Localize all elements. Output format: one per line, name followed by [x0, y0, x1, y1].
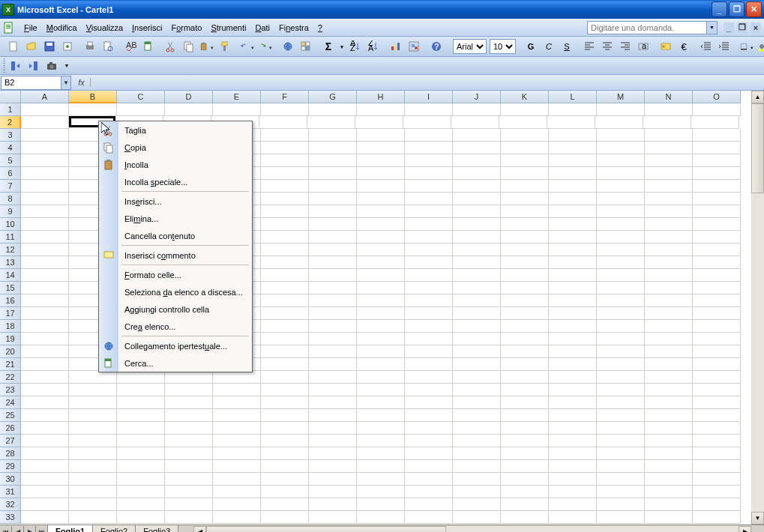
cell-L19[interactable]	[549, 333, 597, 345]
cell-H16[interactable]	[357, 294, 405, 307]
cell-H24[interactable]	[357, 396, 405, 409]
cell-I22[interactable]	[405, 371, 453, 384]
drawing-button[interactable]	[406, 38, 422, 55]
cell-B26[interactable]	[69, 422, 117, 435]
cell-C27[interactable]	[117, 435, 165, 447]
spelling-button[interactable]: AB	[122, 38, 139, 55]
cell-G15[interactable]	[309, 282, 357, 294]
camera-button[interactable]	[43, 58, 60, 74]
bold-button[interactable]: G	[523, 38, 539, 55]
font-name-select[interactable]: Arial	[453, 39, 487, 54]
cell-F17[interactable]	[261, 307, 309, 320]
cell-H3[interactable]	[357, 129, 405, 142]
cell-A15[interactable]	[21, 282, 69, 294]
cell-F20[interactable]	[261, 345, 309, 358]
cell-H8[interactable]	[357, 193, 405, 205]
new-button[interactable]	[5, 38, 22, 55]
menu-help[interactable]: ?	[313, 21, 327, 34]
cell-A2[interactable]	[21, 116, 69, 129]
cell-N31[interactable]	[645, 486, 693, 498]
cell-M16[interactable]	[597, 294, 645, 307]
cell-E33[interactable]	[213, 511, 261, 524]
doc-minimize-button[interactable]: _	[724, 22, 734, 33]
context-copy[interactable]: Copia	[99, 139, 252, 156]
cell-E24[interactable]	[213, 396, 261, 409]
cell-M15[interactable]	[597, 282, 645, 294]
cell-M23[interactable]	[597, 384, 645, 396]
cell-L25[interactable]	[549, 409, 597, 422]
cell-B32[interactable]	[69, 498, 117, 511]
cell-A8[interactable]	[21, 193, 69, 205]
cell-F4[interactable]	[261, 142, 309, 154]
cell-O19[interactable]	[693, 333, 741, 345]
cell-N32[interactable]	[645, 498, 693, 511]
cell-N16[interactable]	[645, 294, 693, 307]
cell-G3[interactable]	[309, 129, 357, 142]
cell-F15[interactable]	[261, 282, 309, 294]
cell-N19[interactable]	[645, 333, 693, 345]
cell-M7[interactable]	[597, 180, 645, 193]
cell-K33[interactable]	[501, 511, 549, 524]
column-header-E[interactable]: E	[213, 91, 261, 103]
row-header-13[interactable]: 13	[0, 256, 21, 269]
cell-B1[interactable]	[69, 103, 117, 116]
cell-K32[interactable]	[501, 498, 549, 511]
cell-F13[interactable]	[261, 256, 309, 269]
cell-N11[interactable]	[645, 231, 693, 244]
cell-F24[interactable]	[261, 396, 309, 409]
column-header-C[interactable]: C	[117, 91, 165, 103]
cell-A13[interactable]	[21, 256, 69, 269]
cell-I29[interactable]	[405, 460, 453, 473]
cell-H33[interactable]	[357, 511, 405, 524]
cell-L11[interactable]	[549, 231, 597, 244]
cell-A18[interactable]	[21, 320, 69, 333]
vertical-scrollbar[interactable]: ▲ ▼	[751, 91, 764, 525]
cell-G4[interactable]	[309, 142, 357, 154]
cell-N20[interactable]	[645, 345, 693, 358]
cell-I20[interactable]	[405, 345, 453, 358]
cell-H30[interactable]	[357, 473, 405, 486]
cell-B22[interactable]	[69, 371, 117, 384]
cell-J9[interactable]	[453, 205, 501, 218]
cell-N18[interactable]	[645, 320, 693, 333]
cell-C23[interactable]	[117, 384, 165, 396]
cell-M22[interactable]	[597, 371, 645, 384]
cell-D25[interactable]	[165, 409, 213, 422]
cell-N22[interactable]	[645, 371, 693, 384]
cell-K19[interactable]	[501, 333, 549, 345]
cell-O15[interactable]	[693, 282, 741, 294]
cell-G19[interactable]	[309, 333, 357, 345]
cell-O9[interactable]	[693, 205, 741, 218]
sheet-tab-2[interactable]: Foglio2	[92, 525, 136, 532]
cell-K22[interactable]	[501, 371, 549, 384]
cell-H13[interactable]	[357, 256, 405, 269]
fill-color-button[interactable]	[757, 38, 764, 55]
cell-F11[interactable]	[261, 231, 309, 244]
decrease-indent-button[interactable]	[698, 38, 715, 55]
cell-M2[interactable]	[595, 116, 643, 129]
row-header-23[interactable]: 23	[0, 384, 21, 396]
cell-A16[interactable]	[21, 294, 69, 307]
copy-button[interactable]	[181, 38, 197, 55]
column-header-N[interactable]: N	[645, 91, 693, 103]
cell-I24[interactable]	[405, 396, 453, 409]
cell-I4[interactable]	[405, 142, 453, 154]
cell-K31[interactable]	[501, 486, 549, 498]
autosum-dropdown[interactable]: ▼	[338, 38, 346, 55]
cell-M20[interactable]	[597, 345, 645, 358]
cell-I28[interactable]	[405, 447, 453, 460]
cell-I6[interactable]	[405, 167, 453, 180]
cell-J31[interactable]	[453, 486, 501, 498]
cell-N2[interactable]	[643, 116, 691, 129]
cell-N14[interactable]	[645, 269, 693, 282]
cell-O20[interactable]	[693, 345, 741, 358]
cell-L27[interactable]	[549, 435, 597, 447]
cell-K17[interactable]	[501, 307, 549, 320]
row-header-10[interactable]: 10	[0, 218, 21, 231]
context-hyperlink[interactable]: Collegamento ipertestuale...	[99, 337, 252, 354]
cell-F23[interactable]	[261, 384, 309, 396]
cut-button[interactable]	[163, 38, 179, 55]
cell-K24[interactable]	[501, 396, 549, 409]
cell-A12[interactable]	[21, 244, 69, 256]
cell-J18[interactable]	[453, 320, 501, 333]
